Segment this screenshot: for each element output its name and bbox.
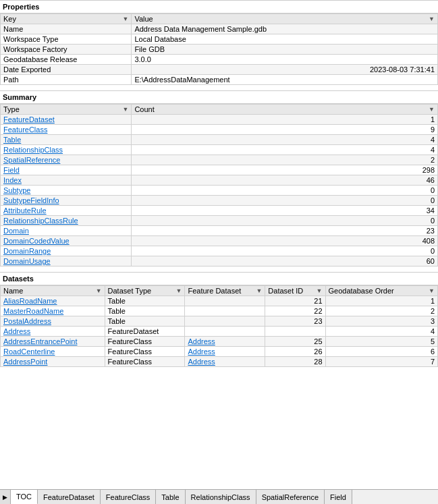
properties-key-header[interactable]: Key ▼ bbox=[1, 14, 132, 24]
ds-id-arrow[interactable]: ▼ bbox=[317, 287, 323, 294]
property-value: 2023-08-03 7:31:41 bbox=[132, 65, 438, 75]
properties-header: Properties bbox=[0, 0, 438, 13]
dataset-id: 23 bbox=[265, 316, 325, 327]
summary-row: AttributeRule34 bbox=[1, 206, 438, 216]
value-dropdown-arrow[interactable]: ▼ bbox=[429, 16, 435, 22]
dataset-order: 4 bbox=[325, 327, 437, 337]
key-dropdown-arrow[interactable]: ▼ bbox=[122, 16, 128, 22]
summary-type[interactable]: SpatialReference bbox=[1, 155, 132, 165]
dataset-name[interactable]: MasterRoadName bbox=[1, 306, 105, 316]
dataset-row: PostalAddressTable233 bbox=[1, 316, 438, 327]
dataset-id: 22 bbox=[265, 306, 325, 316]
tab-featureclass[interactable]: FeatureClass bbox=[101, 490, 156, 505]
summary-count: 2 bbox=[132, 155, 438, 165]
summary-type[interactable]: DomainRange bbox=[1, 246, 132, 256]
summary-count: 0 bbox=[132, 186, 438, 196]
dataset-feature-dataset[interactable]: Address bbox=[185, 337, 265, 347]
dataset-feature-dataset[interactable]: Address bbox=[185, 357, 265, 367]
tab-table[interactable]: Table bbox=[156, 490, 185, 505]
properties-value-header[interactable]: Value ▼ bbox=[132, 14, 438, 24]
summary-count: 4 bbox=[132, 145, 438, 155]
dataset-feature-dataset[interactable]: Address bbox=[185, 347, 265, 357]
summary-type[interactable]: FeatureDataset bbox=[1, 115, 132, 125]
dataset-name[interactable]: Address bbox=[1, 327, 105, 337]
summary-count: 46 bbox=[132, 175, 438, 186]
tab-relationshipclass[interactable]: RelationshipClass bbox=[186, 490, 256, 505]
summary-row: Domain23 bbox=[1, 226, 438, 236]
summary-type[interactable]: RelationshipClassRule bbox=[1, 216, 132, 226]
dataset-order: 2 bbox=[325, 306, 437, 316]
dataset-name[interactable]: AliasRoadName bbox=[1, 296, 105, 306]
property-key: Date Exported bbox=[1, 65, 132, 75]
summary-type[interactable]: SubtypeFieldInfo bbox=[1, 196, 132, 206]
summary-count: 1 bbox=[132, 115, 438, 125]
count-dropdown-arrow[interactable]: ▼ bbox=[429, 106, 435, 113]
dataset-row: RoadCenterlineFeatureClassAddress266 bbox=[1, 347, 438, 357]
dataset-type: FeatureClass bbox=[105, 337, 185, 347]
summary-type[interactable]: Index bbox=[1, 175, 132, 186]
dataset-row: AddressPointFeatureClassAddress287 bbox=[1, 357, 438, 367]
tab-toc[interactable]: TOC bbox=[11, 490, 38, 505]
summary-type[interactable]: DomainUsage bbox=[1, 256, 132, 267]
datasets-table: Name ▼ Dataset Type ▼ Feature Dataset ▼ bbox=[0, 285, 438, 367]
dataset-id: 21 bbox=[265, 296, 325, 306]
summary-count: 0 bbox=[132, 216, 438, 226]
dataset-id: 28 bbox=[265, 357, 325, 367]
tab-field[interactable]: Field bbox=[325, 490, 352, 505]
summary-row: FeatureClass9 bbox=[1, 125, 438, 135]
summary-count: 408 bbox=[132, 236, 438, 246]
spacer1 bbox=[0, 85, 438, 90]
dataset-name[interactable]: AddressPoint bbox=[1, 357, 105, 367]
summary-table: Type ▼ Count ▼ FeatureDataset1FeatureCla… bbox=[0, 104, 438, 267]
dataset-type: Table bbox=[105, 316, 185, 327]
summary-type[interactable]: Domain bbox=[1, 226, 132, 236]
dataset-order: 3 bbox=[325, 316, 437, 327]
ds-fds-header[interactable]: Feature Dataset ▼ bbox=[185, 286, 265, 296]
summary-row: Table4 bbox=[1, 135, 438, 145]
summary-count: 298 bbox=[132, 165, 438, 175]
summary-type[interactable]: Table bbox=[1, 135, 132, 145]
properties-row: PathE:\AddressDataManagement bbox=[1, 75, 438, 85]
tab-featuredataset[interactable]: FeatureDataset bbox=[38, 490, 101, 505]
summary-type[interactable]: FeatureClass bbox=[1, 125, 132, 135]
summary-row: SpatialReference2 bbox=[1, 155, 438, 165]
dataset-row: AddressFeatureDataset4 bbox=[1, 327, 438, 337]
datasets-header: Datasets bbox=[0, 272, 438, 285]
property-key: Name bbox=[1, 24, 132, 34]
summary-row: DomainCodedValue408 bbox=[1, 236, 438, 246]
ds-fds-arrow[interactable]: ▼ bbox=[256, 287, 262, 294]
summary-row: Index46 bbox=[1, 175, 438, 186]
summary-type[interactable]: RelationshipClass bbox=[1, 145, 132, 155]
summary-type-header[interactable]: Type ▼ bbox=[1, 105, 132, 115]
summary-count: 23 bbox=[132, 226, 438, 236]
summary-row: Subtype0 bbox=[1, 186, 438, 196]
tab-spatialreference[interactable]: SpatialReference bbox=[256, 490, 325, 505]
summary-type[interactable]: AttributeRule bbox=[1, 206, 132, 216]
ds-type-header[interactable]: Dataset Type ▼ bbox=[105, 286, 185, 296]
summary-row: DomainUsage60 bbox=[1, 256, 438, 267]
dataset-name[interactable]: RoadCenterline bbox=[1, 347, 105, 357]
properties-row: Workspace TypeLocal Database bbox=[1, 34, 438, 45]
summary-count: 0 bbox=[132, 196, 438, 206]
summary-type[interactable]: Subtype bbox=[1, 186, 132, 196]
summary-type[interactable]: DomainCodedValue bbox=[1, 236, 132, 246]
summary-row: FeatureDataset1 bbox=[1, 115, 438, 125]
ds-order-arrow[interactable]: ▼ bbox=[429, 287, 435, 294]
properties-row: Geodatabase Release3.0.0 bbox=[1, 55, 438, 65]
summary-count-header[interactable]: Count ▼ bbox=[132, 105, 438, 115]
ds-name-header[interactable]: Name ▼ bbox=[1, 286, 105, 296]
ds-id-header[interactable]: Dataset ID ▼ bbox=[265, 286, 325, 296]
ds-type-arrow[interactable]: ▼ bbox=[176, 287, 182, 294]
ds-name-arrow[interactable]: ▼ bbox=[96, 287, 102, 294]
dataset-name[interactable]: PostalAddress bbox=[1, 316, 105, 327]
dataset-id bbox=[265, 327, 325, 337]
summary-row: RelationshipClass4 bbox=[1, 145, 438, 155]
dataset-feature-dataset bbox=[185, 296, 265, 306]
dataset-name[interactable]: AddressEntrancePoint bbox=[1, 337, 105, 347]
summary-type[interactable]: Field bbox=[1, 165, 132, 175]
tab-scroll-arrow[interactable]: ▶ bbox=[0, 490, 11, 505]
summary-header: Summary bbox=[0, 90, 438, 104]
summary-row: Field298 bbox=[1, 165, 438, 175]
type-dropdown-arrow[interactable]: ▼ bbox=[122, 106, 128, 113]
ds-order-header[interactable]: Geodatabase Order ▼ bbox=[325, 286, 437, 296]
